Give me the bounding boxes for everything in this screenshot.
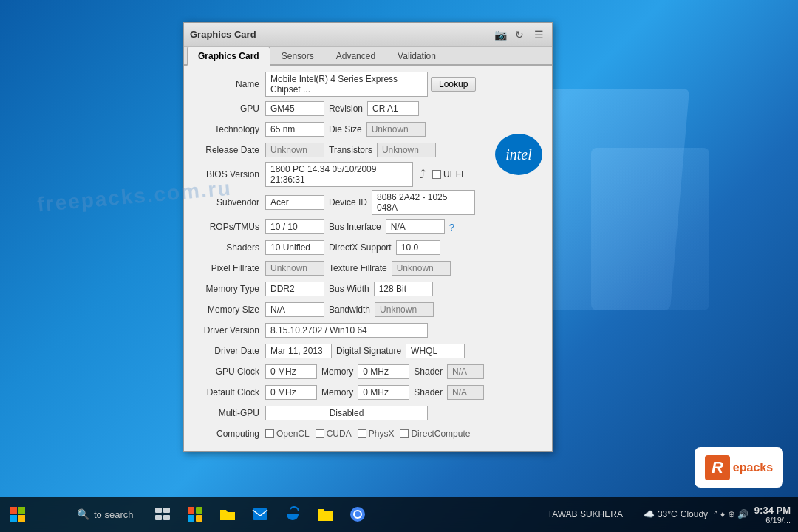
rops-value: 10 / 10 bbox=[265, 219, 324, 234]
gpuz-window: Graphics Card 📷 ↻ ☰ Graphics Card Sensor… bbox=[183, 22, 553, 452]
tab-sensors[interactable]: Sensors bbox=[270, 47, 325, 66]
transistors-value: Unknown bbox=[377, 143, 436, 157]
computing-row: Computing OpenCL CUDA PhysX DirectComput… bbox=[191, 425, 545, 443]
bus-width-label: Bus Width bbox=[329, 284, 369, 294]
svg-rect-10 bbox=[188, 515, 194, 522]
svg-rect-3 bbox=[18, 515, 25, 522]
driver-date-row: Driver Date Mar 11, 2013 Digital Signatu… bbox=[191, 342, 545, 360]
die-size-value: Unknown bbox=[366, 122, 426, 137]
svg-point-15 bbox=[355, 511, 361, 517]
help-icon[interactable]: ? bbox=[449, 222, 454, 233]
tray-icons[interactable]: ^ ♦ ⊕ 🔊 bbox=[714, 509, 748, 519]
share-icon[interactable]: ⤴ bbox=[416, 168, 429, 181]
transistors-label: Transistors bbox=[329, 145, 372, 155]
repacks-text: epacks bbox=[733, 461, 773, 474]
taskbar-search[interactable]: 🔍 to search bbox=[77, 508, 133, 520]
device-id-label: Device ID bbox=[329, 197, 367, 208]
physx-checkbox[interactable] bbox=[358, 429, 366, 438]
pixel-fillrate-value: Unknown bbox=[265, 261, 324, 276]
gpu-value: GM45 bbox=[265, 101, 324, 116]
svg-rect-4 bbox=[155, 508, 162, 513]
rops-label: ROPs/TMUs bbox=[191, 222, 265, 232]
taskbar-user: TAWAB SUKHERA bbox=[548, 509, 623, 519]
files-icon[interactable] bbox=[213, 499, 242, 529]
multigpu-value: Disabled bbox=[265, 406, 428, 420]
bus-width-value: 128 Bit bbox=[374, 282, 433, 296]
svg-rect-2 bbox=[10, 515, 17, 522]
taskbar-weather: ☁️ 33°C Cloudy bbox=[644, 509, 708, 519]
repacks-logo: R epacks bbox=[695, 447, 783, 488]
store-icon[interactable] bbox=[180, 499, 210, 529]
start-button[interactable] bbox=[3, 499, 33, 529]
chrome-icon[interactable] bbox=[343, 499, 372, 529]
memory-type-row: Memory Type DDR2 Bus Width 128 Bit bbox=[191, 280, 545, 298]
name-label: Name bbox=[191, 79, 265, 89]
taskbar-right: TAWAB SUKHERA ☁️ 33°C Cloudy ^ ♦ ⊕ 🔊 9:3… bbox=[548, 505, 791, 525]
device-id-value: 8086 2A42 - 1025 048A bbox=[372, 190, 475, 215]
uefi-checkbox[interactable] bbox=[432, 170, 441, 179]
opencl-checkbox[interactable] bbox=[265, 429, 274, 438]
lookup-button[interactable]: Lookup bbox=[431, 77, 476, 92]
directcompute-label: DirectCompute bbox=[411, 429, 470, 439]
edge-icon[interactable] bbox=[278, 499, 307, 529]
digital-sig-label: Digital Signature bbox=[336, 346, 401, 356]
title-bar: Graphics Card 📷 ↻ ☰ bbox=[184, 23, 552, 47]
technology-row: Technology 65 nm Die Size Unknown bbox=[191, 120, 545, 138]
cuda-checkbox[interactable] bbox=[316, 429, 324, 438]
memory-type-value: DDR2 bbox=[265, 282, 324, 296]
gpu-clock-value: 0 MHz bbox=[265, 364, 317, 379]
fillrate-row: Pixel Fillrate Unknown Texture Fillrate … bbox=[191, 259, 545, 277]
die-size-label: Die Size bbox=[329, 124, 362, 134]
camera-icon[interactable]: 📷 bbox=[493, 27, 508, 42]
memory-size-value: N/A bbox=[265, 302, 324, 317]
svg-rect-12 bbox=[253, 508, 267, 520]
opencl-checkbox-item: OpenCL bbox=[265, 429, 310, 439]
shader-label: Shader bbox=[414, 366, 443, 377]
taskbar-app-icons bbox=[148, 499, 372, 529]
cuda-label: CUDA bbox=[327, 429, 352, 439]
technology-value: 65 nm bbox=[265, 122, 324, 137]
physx-label: PhysX bbox=[369, 429, 395, 439]
refresh-icon[interactable]: ↻ bbox=[512, 27, 527, 42]
bios-value: 1800 PC 14.34 05/10/2009 21:36:31 bbox=[265, 162, 413, 187]
default-shader-value: N/A bbox=[447, 385, 484, 400]
memory-size-row: Memory Size N/A Bandwidth Unknown bbox=[191, 301, 545, 318]
bios-row: BIOS Version 1800 PC 14.34 05/10/2009 21… bbox=[191, 162, 545, 187]
driver-version-row: Driver Version 8.15.10.2702 / Win10 64 bbox=[191, 321, 545, 339]
directx-value: 10.0 bbox=[396, 240, 440, 255]
shaders-row: Shaders 10 Unified DirectX Support 10.0 bbox=[191, 239, 545, 256]
tab-advanced[interactable]: Advanced bbox=[325, 47, 386, 66]
explorer-icon[interactable] bbox=[310, 499, 340, 529]
driver-date-value: Mar 11, 2013 bbox=[265, 344, 332, 358]
cloud-icon: ☁️ bbox=[644, 509, 655, 519]
cuda-checkbox-item: CUDA bbox=[316, 429, 352, 439]
svg-rect-0 bbox=[10, 507, 17, 514]
intel-logo: intel bbox=[493, 132, 545, 177]
default-mem-label: Memory bbox=[321, 387, 353, 398]
multigpu-row: Multi-GPU Disabled bbox=[191, 404, 545, 422]
tab-graphics-card[interactable]: Graphics Card bbox=[187, 47, 270, 66]
texture-fillrate-label: Texture Fillrate bbox=[329, 263, 387, 273]
temperature: 33°C bbox=[658, 509, 678, 519]
svg-rect-1 bbox=[18, 507, 25, 514]
subvendor-row: Subvendor Acer Device ID 8086 2A42 - 102… bbox=[191, 190, 545, 215]
tab-validation[interactable]: Validation bbox=[386, 47, 447, 66]
texture-fillrate-value: Unknown bbox=[392, 261, 451, 276]
mail-icon[interactable] bbox=[245, 499, 275, 529]
driver-version-value: 8.15.10.2702 / Win10 64 bbox=[265, 323, 428, 338]
bus-interface-label: Bus Interface bbox=[329, 222, 381, 232]
driver-date-label: Driver Date bbox=[191, 346, 265, 356]
taskview-icon[interactable] bbox=[148, 499, 177, 529]
directcompute-checkbox[interactable] bbox=[400, 429, 409, 438]
menu-icon[interactable]: ☰ bbox=[531, 27, 546, 42]
content-area: intel Name Mobile Intel(R) 4 Series Expr… bbox=[184, 66, 552, 451]
revision-label: Revision bbox=[329, 103, 363, 114]
pixel-fillrate-label: Pixel Fillrate bbox=[191, 263, 265, 273]
weather-text: Cloudy bbox=[681, 509, 708, 519]
time-display: 9:34 PM bbox=[754, 505, 791, 516]
taskbar-time[interactable]: 9:34 PM 6/19/... bbox=[754, 505, 791, 525]
bios-label: BIOS Version bbox=[191, 169, 265, 180]
bandwidth-label: Bandwidth bbox=[329, 304, 370, 315]
release-date-row: Release Date Unknown Transistors Unknown bbox=[191, 141, 545, 159]
shader-value: N/A bbox=[447, 364, 484, 379]
